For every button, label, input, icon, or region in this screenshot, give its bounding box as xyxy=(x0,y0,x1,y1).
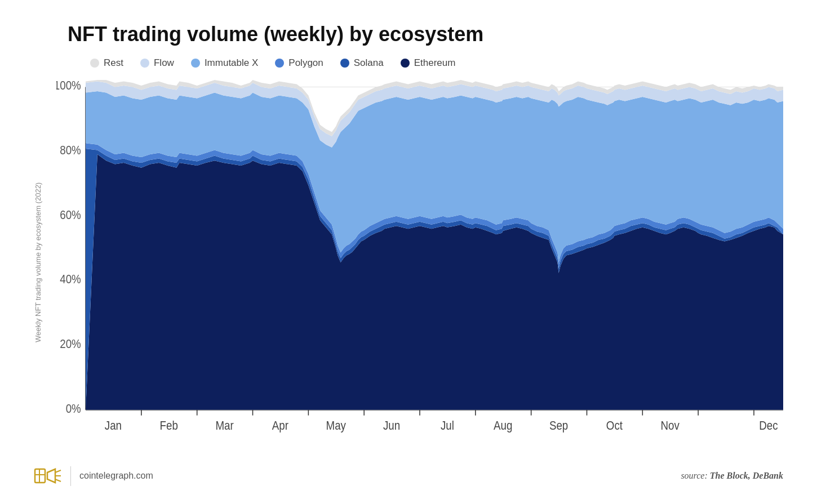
svg-text:Feb: Feb xyxy=(160,418,178,432)
footer-source: source: The Block, DeBank xyxy=(681,471,783,481)
chart-area: Weekly NFT trading volume by ecosystem (… xyxy=(34,80,783,445)
svg-text:Dec: Dec xyxy=(759,418,778,432)
footer-source-bold: The Block, DeBank xyxy=(710,471,783,480)
svg-text:Jun: Jun xyxy=(383,418,400,432)
legend-dot-rest xyxy=(90,59,99,68)
legend-item-rest: Rest xyxy=(90,57,123,69)
legend-label-ethereum: Ethereum xyxy=(414,57,456,69)
y-axis-label: Weekly NFT trading volume by ecosystem (… xyxy=(34,80,56,445)
legend-label-polygon: Polygon xyxy=(288,57,323,69)
legend-label-rest: Rest xyxy=(104,57,123,69)
chart-content: 100% 80% 60% 40% 20% 0% xyxy=(56,80,783,445)
footer-left: cointelegraph.com xyxy=(34,465,153,487)
footer-site: cointelegraph.com xyxy=(79,471,153,481)
main-chart-svg: 100% 80% 60% 40% 20% 0% xyxy=(56,80,783,445)
chart-title: NFT trading volume (weekly) by ecosystem xyxy=(68,23,783,46)
legend-label-solana: Solana xyxy=(354,57,384,69)
legend-item-ethereum: Ethereum xyxy=(401,57,456,69)
svg-text:Apr: Apr xyxy=(272,418,288,432)
svg-text:Jul: Jul xyxy=(441,418,454,432)
cointelegraph-logo xyxy=(34,465,62,487)
svg-text:0%: 0% xyxy=(66,401,81,415)
svg-text:Oct: Oct xyxy=(606,418,623,432)
legend-dot-polygon xyxy=(275,59,284,68)
chart-svg-container: 100% 80% 60% 40% 20% 0% xyxy=(56,80,783,445)
svg-text:Nov: Nov xyxy=(661,418,680,432)
svg-text:100%: 100% xyxy=(56,80,81,92)
svg-line-41 xyxy=(55,470,61,472)
legend-item-flow: Flow xyxy=(140,57,174,69)
svg-text:Aug: Aug xyxy=(494,418,512,432)
legend-label-immutable-x: Immutable X xyxy=(205,57,258,69)
svg-text:Mar: Mar xyxy=(215,418,233,432)
footer: cointelegraph.com source: The Block, DeB… xyxy=(34,456,783,487)
page-container: NFT trading volume (weekly) by ecosystem… xyxy=(0,0,817,504)
svg-text:May: May xyxy=(326,418,347,432)
svg-text:Jan: Jan xyxy=(105,418,122,432)
legend-label-flow: Flow xyxy=(154,57,174,69)
footer-divider xyxy=(70,466,71,486)
svg-text:40%: 40% xyxy=(60,272,81,286)
legend-dot-flow xyxy=(140,59,149,68)
svg-line-43 xyxy=(55,479,61,481)
legend-dot-solana xyxy=(340,59,349,68)
legend: RestFlowImmutable XPolygonSolanaEthereum xyxy=(90,57,783,69)
legend-item-immutable-x: Immutable X xyxy=(191,57,258,69)
svg-text:Sep: Sep xyxy=(549,418,568,432)
svg-text:20%: 20% xyxy=(60,336,81,350)
svg-text:80%: 80% xyxy=(60,142,81,157)
legend-dot-ethereum xyxy=(401,59,410,68)
legend-item-solana: Solana xyxy=(340,57,384,69)
svg-text:60%: 60% xyxy=(60,207,81,221)
legend-dot-immutable-x xyxy=(191,59,200,68)
legend-item-polygon: Polygon xyxy=(275,57,323,69)
